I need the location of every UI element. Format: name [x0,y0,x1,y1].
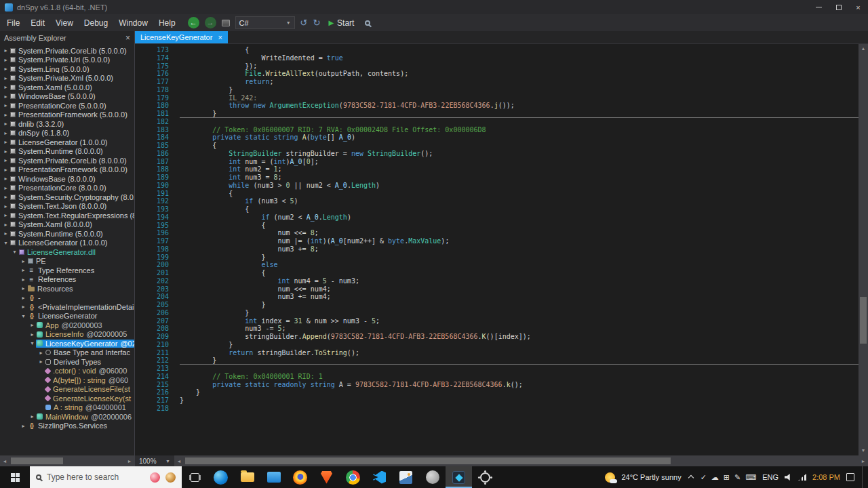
tree-hscroll-thumb[interactable] [11,458,63,464]
editor-vscroll-track[interactable] [859,54,868,446]
weather-text[interactable]: 24°C Partly sunny [621,473,681,481]
tree-expander-icon[interactable]: ▾ [11,249,18,255]
tree-expander-icon[interactable]: ▸ [20,267,27,273]
tree-expander-icon[interactable]: ▾ [28,340,36,346]
tree-expander-icon[interactable]: ▾ [20,313,27,319]
tree-expander-icon[interactable]: ▸ [20,285,27,291]
tree-item[interactable]: ▸PresentationFramework (8.0.0.0) [0,165,134,175]
tree-item[interactable]: ▸PresentationCore (5.0.0.0) [0,101,134,110]
tree-expander-icon[interactable]: ▸ [20,258,27,264]
tree-item[interactable]: ▸SizzlingPos.Services [0,422,134,431]
action-center-icon[interactable] [846,473,854,481]
tree-item[interactable]: ▸System.Security.Cryptography (8.0.0. [0,192,134,202]
tree-expander-icon[interactable]: ▸ [2,139,9,145]
tree-item[interactable]: ▸- [0,293,134,303]
tree-expander-icon[interactable]: ▸ [2,148,9,155]
tree-item[interactable]: ▾LicenseKeyGenerator@02 [0,339,134,348]
tree-item[interactable]: ▸MainWindow@02000006 [0,412,134,422]
touch-keyboard-icon[interactable]: ⌨ [745,473,756,482]
menu-window[interactable]: Window [113,18,153,28]
zoom-control[interactable]: 100% ▼ [135,455,174,466]
taskbar-app-settings[interactable] [472,466,498,488]
weather-icon[interactable] [605,472,615,483]
maximize-button[interactable] [829,0,848,14]
taskbar-app-photos[interactable] [393,466,419,488]
scroll-up-icon[interactable]: ▲ [859,44,868,54]
task-view-button[interactable] [182,466,208,488]
tree-expander-icon[interactable]: ▸ [2,75,9,81]
tree-item[interactable]: ▸System.Private.CoreLib (8.0.0.0) [0,156,134,165]
tree-expander-icon[interactable]: ▸ [2,194,9,200]
taskbar-app-folder-blue[interactable] [260,466,287,488]
tree-expander-icon[interactable]: ▸ [2,94,9,100]
navigate-back-button[interactable]: ← [188,17,199,28]
tree-item[interactable]: ▸LicenseInfo@02000005 [0,330,134,340]
cloud-icon[interactable]: ☁ [711,473,719,482]
tree-item[interactable]: ▸dnSpy (6.1.8.0) [0,129,134,138]
tree-expander-icon[interactable]: ▸ [2,203,9,209]
tree-item[interactable]: ▸<PrivateImplementationDetai [0,302,134,312]
tree-expander-icon[interactable]: ▸ [20,423,27,429]
tree-expander-icon[interactable]: ▸ [2,121,9,127]
menu-file[interactable]: File [1,18,25,28]
tree-expander-icon[interactable]: ▸ [2,185,9,191]
editor-hscrollbar[interactable]: ◄ ► [174,455,868,466]
volume-icon[interactable] [785,474,792,481]
scroll-right-icon[interactable]: ► [125,459,134,464]
language-indicator[interactable]: ENG [762,473,778,481]
code-editor[interactable]: 173 {174 WriteIndented = true175 });176 … [135,44,868,455]
tree-expander-icon[interactable]: ▸ [2,47,9,54]
taskbar-app-chrome[interactable] [340,466,366,488]
tree-item[interactable]: ▸App@02000003 [0,321,134,330]
tree-expander-icon[interactable]: ▸ [2,130,9,136]
tree-expander-icon[interactable]: ▸ [2,212,9,218]
tree-item[interactable]: ▸References [0,275,134,285]
editor-vscroll-thumb[interactable] [860,297,867,344]
tree-item[interactable]: ▾LicenseGenerator [0,312,134,321]
display-icon[interactable]: ⊞ [724,473,730,482]
tree-expander-icon[interactable]: ▸ [28,413,36,420]
tree-expander-icon[interactable]: ▸ [2,102,9,108]
tree-expander-icon[interactable]: ▸ [28,331,36,338]
panel-close-icon[interactable]: × [125,33,130,43]
tab-close-icon[interactable]: × [218,33,222,41]
tree-item[interactable]: ▸System.Private.CoreLib (5.0.0.0) [0,46,134,56]
tree-expander-icon[interactable]: ▸ [37,359,45,365]
taskbar-app-app-gray[interactable] [419,466,446,488]
tree-item[interactable]: ▾LicenseGenerator.dll [0,247,134,257]
taskbar-app-edge[interactable] [208,466,234,488]
tree-item[interactable]: ▸System.Xaml (8.0.0.0) [0,220,134,230]
tree-item[interactable]: ▸dnlib (3.3.2.0) [0,119,134,129]
taskbar-app-brave[interactable] [313,466,340,488]
tree-item[interactable]: ▸System.Text.RegularExpressions (8.0. [0,211,134,220]
tree-item[interactable]: ▸System.Linq (5.0.0.0) [0,64,134,74]
tree-expander-icon[interactable]: ▸ [20,295,27,301]
tree-item[interactable]: A(byte[]) : string@060 [0,375,134,385]
tree-item[interactable]: ▸Type References [0,266,134,275]
tree-item[interactable]: ▸WindowsBase (5.0.0.0) [0,92,134,102]
menu-view[interactable]: View [50,18,79,28]
network-icon[interactable] [798,474,806,481]
tree-item[interactable]: ▸System.Text.Json (8.0.0.0) [0,202,134,211]
tree-expander-icon[interactable]: ▸ [2,84,9,90]
tree-expander-icon[interactable]: ▾ [2,240,9,246]
search-assemblies-icon[interactable] [365,20,370,26]
show-desktop-button[interactable] [862,466,865,488]
start-debug-button[interactable]: ▶ Start [326,18,357,28]
tree-item[interactable]: ▸PresentationCore (8.0.0.0) [0,184,134,193]
tree-item[interactable]: ▸System.Runtime (5.0.0.0) [0,229,134,239]
taskbar-app-firefox[interactable] [287,466,313,488]
taskbar-search[interactable]: Type here to search [30,466,182,488]
tree-expander-icon[interactable]: ▸ [2,57,9,63]
tree-item[interactable]: ▾LicenseGenerator (1.0.0.0) [0,239,134,248]
minimize-button[interactable] [809,0,829,14]
close-button[interactable]: × [848,0,868,14]
start-button[interactable] [0,466,30,488]
tree-item[interactable]: ▸Base Type and Interfac [0,348,134,358]
tree-item[interactable]: ▸Resources [0,284,134,293]
tree-item[interactable]: ▸LicenseGenerator (1.0.0.0) [0,138,134,147]
tree-item[interactable]: ▸PE [0,257,134,266]
tree-expander-icon[interactable]: ▸ [2,157,9,163]
redo-button[interactable]: ↻ [313,18,320,27]
taskbar-app-dnspy[interactable] [446,466,472,488]
